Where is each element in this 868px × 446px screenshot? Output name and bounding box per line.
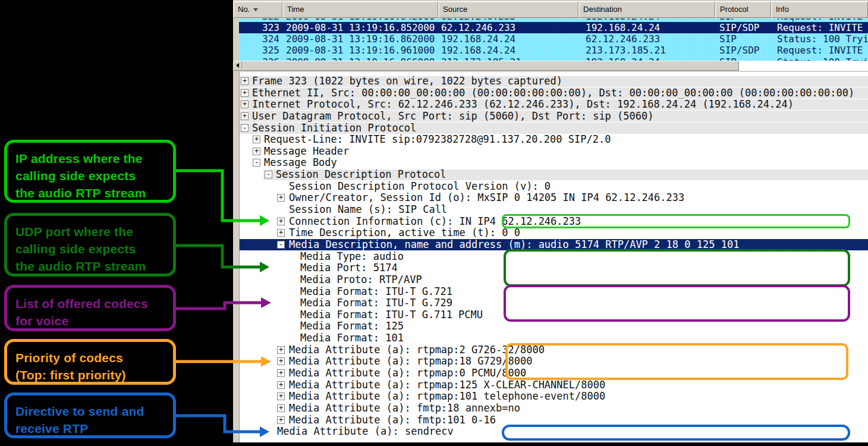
tree-row-21[interactable]: Media Format: 125 [233, 321, 868, 332]
expand-icon[interactable]: + [277, 218, 285, 225]
expand-icon[interactable]: + [277, 416, 285, 424]
packet-row-324[interactable]: 3242009-08-31 13:19:16.862000192.168.24.… [239, 33, 868, 45]
cell-src: 62.12.246.233 [441, 22, 515, 33]
scroll-left-button[interactable] [233, 61, 243, 71]
tree-row-label: Connection Information (c): IN IP4 62.12… [289, 216, 581, 228]
cell-info: Request: INVITE [777, 22, 863, 33]
expand-icon[interactable]: + [277, 369, 285, 377]
packet-row-325[interactable]: 3252009-08-31 13:19:16.961000192.168.24.… [239, 45, 868, 56]
cell-dst: 213.173.185.21 [586, 45, 666, 56]
collapse-icon[interactable]: - [277, 241, 285, 249]
tree-row-10[interactable]: +Owner/Creator, Session Id (o): MxSIP 0 … [233, 192, 868, 204]
expand-icon[interactable]: + [241, 112, 249, 120]
expand-icon[interactable]: + [241, 100, 249, 108]
tree-row-label: Session Initiation Protocol [252, 123, 416, 134]
tree-row-label: Media Attribute (a): rtpmap:2 G726-32/80… [289, 344, 545, 356]
tree-row-20[interactable]: Media Format: ITU-T G.711 PCMU [233, 309, 868, 321]
column-header-time[interactable]: Time [282, 1, 438, 18]
expand-icon[interactable]: + [277, 194, 285, 202]
tree-row-14[interactable]: -Media Description, name and address (m)… [233, 239, 868, 251]
tree-row-12[interactable]: +Connection Information (c): IN IP4 62.1… [233, 216, 868, 228]
expand-icon[interactable]: + [277, 404, 285, 412]
tree-row-3[interactable]: +User Datagram Protocol, Src Port: sip (… [233, 111, 868, 123]
scroll-left-arrow-icon [236, 63, 239, 68]
packet-row-326[interactable]: 3262009-08-31 13:19:16.966000213.173.185… [239, 56, 868, 61]
cell-proto: SIP [719, 56, 737, 61]
expand-icon[interactable]: + [277, 381, 285, 389]
tree-row-24[interactable]: +Media Attribute (a): rtpmap:18 G729/800… [233, 356, 868, 368]
collapse-icon[interactable]: - [265, 171, 272, 178]
expand-icon[interactable]: + [241, 89, 249, 97]
cell-time: 2009-08-31 13:19:16.862000 [286, 33, 435, 45]
tree-row-label: Media Format: 125 [300, 321, 404, 332]
tree-row-label: Session Description Protocol Version (v)… [289, 181, 551, 193]
tree-row-6[interactable]: +Message Header [233, 146, 868, 158]
tree-row-label: Media Attribute (a): rtpmap:0 PCMU/8000 [289, 368, 526, 379]
tree-row-label: Owner/Creator, Session Id (o): MxSIP 0 1… [289, 192, 684, 204]
tree-row-label: Message Body [264, 157, 337, 169]
expand-icon[interactable]: + [241, 77, 249, 85]
cell-time: 2009-08-31 13:19:16.852000 [286, 22, 435, 33]
tree-row-label: Ethernet II, Src: 00:00:00_00:00:00 (00:… [252, 87, 854, 99]
sort-indicator-icon [253, 8, 258, 11]
expand-icon[interactable]: + [277, 392, 285, 400]
tree-row-label: Media Attribute (a): rtpmap:125 X-CLEAR-… [289, 379, 605, 391]
tree-row-19[interactable]: Media Format: ITU-T G.729 [233, 297, 868, 309]
cell-proto: SIP/SDP [719, 22, 759, 33]
tree-row-1[interactable]: +Ethernet II, Src: 00:00:00_00:00:00 (00… [233, 87, 868, 99]
packet-row-323[interactable]: 3232009-08-31 13:19:16.85200062.12.246.2… [239, 22, 868, 33]
window-left-border [233, 72, 240, 442]
tree-row-5[interactable]: +Request-Line: INVITE sip:0792382728@91.… [233, 134, 868, 146]
cell-time: 2009-08-31 13:19:16.966000 [286, 56, 435, 61]
tree-row-15[interactable]: Media Type: audio [233, 251, 868, 263]
tree-row-22[interactable]: Media Format: 101 [233, 332, 868, 344]
tree-row-17[interactable]: Media Proto: RTP/AVP [233, 274, 868, 286]
tree-row-30[interactable]: Media Attribute (a): sendrecv [233, 426, 868, 438]
tree-row-23[interactable]: +Media Attribute (a): rtpmap:2 G726-32/8… [233, 344, 868, 356]
tree-row-label: Media Description, name and address (m):… [289, 239, 739, 251]
tree-row-18[interactable]: Media Format: ITU-T G.721 [233, 286, 868, 298]
expand-icon[interactable]: + [277, 346, 285, 354]
cell-src: 192.168.24.24 [441, 45, 515, 56]
collapse-icon[interactable]: - [253, 159, 260, 167]
column-header-info[interactable]: Info [771, 1, 868, 18]
tree-row-25[interactable]: +Media Attribute (a): rtpmap:0 PCMU/8000 [233, 368, 868, 379]
tree-row-label: Media Port: 5174 [300, 262, 398, 274]
tree-row-11[interactable]: Session Name (s): SIP Call [233, 204, 868, 216]
expand-icon[interactable]: + [277, 357, 285, 365]
tree-row-27[interactable]: +Media Attribute (a): rtpmap:101 telepho… [233, 391, 868, 403]
cell-src: 213.173.185.21 [441, 56, 521, 61]
tree-row-label: Media Format: 101 [300, 332, 404, 344]
horizontal-scrollbar[interactable] [233, 61, 868, 71]
tree-row-26[interactable]: +Media Attribute (a): rtpmap:125 X-CLEAR… [233, 379, 868, 391]
tree-row-16[interactable]: Media Port: 5174 [233, 262, 868, 274]
packet-details-tree: +Frame 323 (1022 bytes on wire, 1022 byt… [233, 72, 868, 442]
column-header-destination[interactable]: Destination [578, 1, 715, 18]
tree-row-label: Frame 323 (1022 bytes on wire, 1022 byte… [252, 76, 562, 87]
packet-list-header: No.TimeSourceDestinationProtocolInfo [233, 1, 868, 18]
column-header-no[interactable]: No. [233, 1, 282, 18]
cell-proto: SIP [719, 33, 737, 45]
tree-row-29[interactable]: +Media Attribute (a): fmtp:101 0-16 [233, 414, 868, 426]
tree-row-label: Request-Line: INVITE sip:0792382728@91.1… [264, 134, 611, 146]
annotated-wireshark-screenshot: No.TimeSourceDestinationProtocolInfo 322… [0, 0, 868, 446]
tree-row-4[interactable]: -Session Initiation Protocol [233, 123, 868, 134]
column-header-source[interactable]: Source [438, 1, 578, 18]
tree-row-9[interactable]: Session Description Protocol Version (v)… [233, 181, 868, 193]
scrollbar-thumb[interactable] [243, 61, 739, 71]
tree-row-28[interactable]: +Media Attribute (a): fmtp:18 annexb=no [233, 403, 868, 414]
cell-proto: SIP/SDP [719, 45, 759, 56]
tree-row-2[interactable]: +Internet Protocol, Src: 62.12.246.233 (… [233, 99, 868, 111]
tree-row-8[interactable]: -Session Description Protocol [233, 169, 868, 181]
collapse-icon[interactable]: - [241, 124, 249, 132]
tree-row-label: Session Description Protocol [276, 169, 446, 181]
tree-row-13[interactable]: +Time Description, active time (t): 0 0 [233, 227, 868, 239]
cell-info: Status: 100 Trying [777, 56, 868, 61]
tree-row-0[interactable]: +Frame 323 (1022 bytes on wire, 1022 byt… [233, 76, 868, 87]
tree-row-7[interactable]: -Message Body [233, 157, 868, 169]
expand-icon[interactable]: + [277, 229, 285, 237]
expand-icon[interactable]: + [253, 136, 260, 143]
expand-icon[interactable]: + [253, 147, 260, 155]
column-header-protocol[interactable]: Protocol [715, 1, 771, 18]
tree-row-label: Media Attribute (a): rtpmap:18 G729/8000 [289, 356, 532, 368]
